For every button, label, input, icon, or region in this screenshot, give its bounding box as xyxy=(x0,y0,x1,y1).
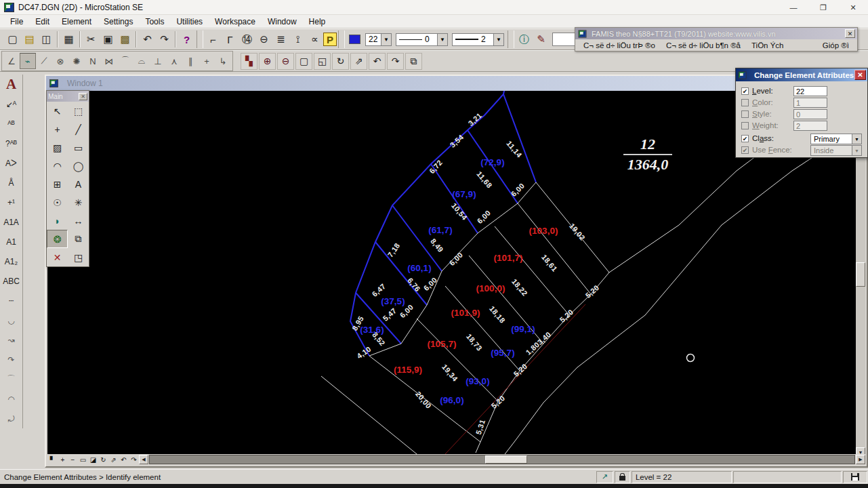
corner-mark-button[interactable]: Γ xyxy=(222,31,239,48)
snap-tangent-button[interactable]: ⌒ xyxy=(117,53,133,69)
fill-single-enter-data-field-button[interactable]: ABC xyxy=(1,271,22,291)
famis-menu-item-2[interactable]: C¬ së d÷ liÖu b¶n ®å xyxy=(661,41,746,50)
display-text-attributes-button[interactable]: ?ᴬᴮ xyxy=(1,134,22,153)
zoom-out-button[interactable]: ⊖ xyxy=(277,53,294,70)
menu-element[interactable]: Element xyxy=(56,16,98,28)
menu-utilities[interactable]: Utilities xyxy=(170,16,209,28)
active-weight-select[interactable]: 2▼ xyxy=(452,33,504,46)
snap-point-on-button[interactable]: ↳ xyxy=(215,53,231,69)
close-button[interactable]: ✕ xyxy=(838,0,868,15)
new-file-button[interactable]: ▢ xyxy=(4,31,21,48)
window-area-button[interactable]: ▢ xyxy=(295,53,312,70)
measure-tool[interactable]: ◗ xyxy=(47,211,68,230)
snap-keypoint-button[interactable]: ⌁ xyxy=(20,53,36,69)
menu-edit[interactable]: Edit xyxy=(29,16,56,28)
manipulate-tool[interactable]: ⧉ xyxy=(68,230,89,248)
fit-view-mini-button[interactable]: ◪ xyxy=(88,455,98,464)
snap-nearest-button[interactable]: ∠ xyxy=(3,53,20,69)
lock-status-segment[interactable] xyxy=(615,471,630,483)
palette-close-icon[interactable]: ✕ xyxy=(79,93,87,100)
class-dropdown[interactable]: Primary▼ xyxy=(810,134,862,144)
rotate-view-mini-button[interactable]: ↻ xyxy=(98,455,108,464)
snap-perp-point-button[interactable]: ⋏ xyxy=(166,53,182,69)
dialog-title-bar[interactable]: Change Element Attributes ✕ xyxy=(736,68,867,81)
active-style-select[interactable]: 0▼ xyxy=(396,33,448,46)
fence-tool[interactable]: ⬚ xyxy=(68,102,89,120)
save-status-segment[interactable] xyxy=(843,471,867,483)
zoom-out-mini-button[interactable]: − xyxy=(68,455,78,464)
update-view-mini-button[interactable]: ▘ xyxy=(47,455,58,464)
famis-menu-item-1[interactable]: C¬ së d÷ liÖu trÞ ®o xyxy=(578,41,661,50)
active-level-select[interactable]: 22▼ xyxy=(365,33,392,46)
construct-curve-button[interactable]: ↝ xyxy=(1,330,22,350)
style-field[interactable] xyxy=(793,109,827,119)
scroll-left-button[interactable]: ◀ xyxy=(139,455,148,464)
copy-increment-text-button[interactable]: A1A xyxy=(1,212,22,232)
tags-tool[interactable]: ☉ xyxy=(47,193,68,211)
section-line-button[interactable]: ⊖ xyxy=(255,31,272,48)
vertical-scroll-thumb[interactable] xyxy=(856,262,865,287)
copy-enter-data-field-button[interactable]: A1 xyxy=(1,232,22,251)
dialog-close-icon[interactable]: ✕ xyxy=(854,70,866,80)
menu-tools[interactable]: Tools xyxy=(139,16,170,28)
points-tool[interactable]: + xyxy=(47,120,68,138)
title-pend-text-button[interactable]: ≣ xyxy=(272,31,289,48)
snap-midpoint-button[interactable]: ⟋ xyxy=(36,53,52,69)
checkbox-color[interactable] xyxy=(741,99,749,106)
zoom-in-button[interactable]: ⊕ xyxy=(259,53,276,70)
zoom-in-mini-button[interactable]: + xyxy=(58,455,68,464)
place-fence-corner-button[interactable]: ⌐ xyxy=(205,31,222,48)
view-previous-mini-button[interactable]: ↶ xyxy=(119,455,129,464)
checkbox-class[interactable]: ✔ xyxy=(741,135,749,142)
checkbox-style[interactable] xyxy=(741,110,749,118)
cut-button[interactable]: ✂ xyxy=(83,31,100,48)
horizontal-scrollbar[interactable] xyxy=(149,455,855,464)
famis-title-bar[interactable]: FAMIS theo N§88+TT21 (T9/2011) website:w… xyxy=(575,28,857,39)
restore-button[interactable]: ❐ xyxy=(808,0,838,15)
chevron-down-icon[interactable]: ▼ xyxy=(381,34,391,45)
match-text-attributes-button[interactable]: Aᐳ xyxy=(1,153,22,173)
snap-origin-button[interactable]: ✺ xyxy=(68,53,85,69)
chevron-down-icon[interactable]: ▼ xyxy=(493,34,503,45)
open-file-button[interactable]: ▤ xyxy=(21,31,38,48)
main-palette-title-bar[interactable]: Main ✕ xyxy=(47,91,89,102)
link-elements-button[interactable]: ∝ xyxy=(306,31,323,48)
snap-perpendicular-button[interactable]: ⊥ xyxy=(150,53,166,69)
save-file-button[interactable]: ◫ xyxy=(38,31,55,48)
view-next-button[interactable]: ↷ xyxy=(387,53,404,70)
famis-close-icon[interactable]: ✕ xyxy=(845,29,855,38)
text-tool[interactable]: A xyxy=(68,175,89,193)
ellipses-tool[interactable]: ◯ xyxy=(68,157,89,175)
element-selection-tool[interactable]: ↖ xyxy=(47,102,68,120)
view-next-mini-button[interactable]: ↷ xyxy=(129,455,139,464)
menu-window[interactable]: Window xyxy=(262,16,303,28)
sheet-number-14-button[interactable]: ⑭ xyxy=(239,31,255,48)
patterns-tool[interactable]: ▨ xyxy=(47,138,68,157)
snap-center-button[interactable]: ⊗ xyxy=(52,53,68,69)
copy-button[interactable]: ▣ xyxy=(100,31,117,48)
snap-tangent-point-button[interactable]: ⌓ xyxy=(133,53,150,69)
redo-button[interactable]: ↷ xyxy=(156,31,173,48)
snap-status-segment[interactable] xyxy=(733,471,842,483)
fit-view-button[interactable]: ◱ xyxy=(314,53,331,70)
snap-bisector-button[interactable]: Ν xyxy=(85,53,101,69)
change-text-attributes-button[interactable]: Å xyxy=(1,173,22,192)
modify-curve-button[interactable]: ↷ xyxy=(1,350,22,369)
element-information-button[interactable]: ⓘ xyxy=(516,31,533,48)
circular-fillet-button[interactable]: ⌒ xyxy=(1,369,22,389)
famis-menu-item-3[interactable]: TiÖn Ých xyxy=(746,41,789,50)
rotate-view-button[interactable]: ↻ xyxy=(332,53,349,70)
delete-element-tool[interactable]: ✕ xyxy=(47,248,68,266)
checkbox-weight[interactable] xyxy=(741,122,749,129)
arcs-tool[interactable]: ◠ xyxy=(47,157,68,175)
menu-settings[interactable]: Settings xyxy=(98,16,139,28)
auto-fill-enter-data-fields-button[interactable]: ┄ xyxy=(1,291,22,310)
copy-increment-enter-data-field-button[interactable]: A1₂ xyxy=(1,251,22,271)
place-text-button[interactable]: A xyxy=(1,75,22,94)
famis-menu-help[interactable]: Gióp ®ì xyxy=(817,41,854,50)
place-note-button[interactable]: ↙ᴬ xyxy=(1,94,22,114)
active-color-swatch-icon[interactable] xyxy=(349,35,360,44)
view-previous-button[interactable]: ↶ xyxy=(369,53,386,70)
scroll-right-button[interactable]: ▶ xyxy=(856,455,865,464)
polygons-tool[interactable]: ▭ xyxy=(68,138,89,157)
